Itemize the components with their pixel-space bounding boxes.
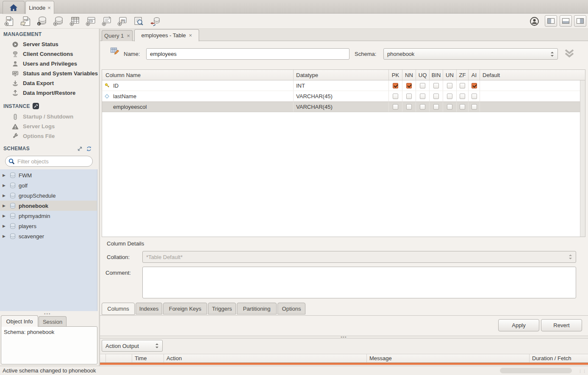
header-uq[interactable]: UQ bbox=[416, 70, 430, 80]
bin-checkbox[interactable] bbox=[433, 104, 439, 110]
output-header-duration[interactable]: Duration / Fetch bbox=[530, 354, 588, 362]
zf-checkbox[interactable] bbox=[460, 104, 465, 110]
output-header-time[interactable]: Time bbox=[132, 354, 164, 362]
create-procedure-icon[interactable] bbox=[101, 16, 113, 27]
bin-checkbox[interactable] bbox=[433, 94, 439, 99]
tab-session[interactable]: Session bbox=[39, 316, 67, 327]
pk-checkbox[interactable] bbox=[393, 94, 398, 99]
grid-vertical-scrollbar[interactable] bbox=[580, 80, 585, 237]
revert-button[interactable]: Revert bbox=[541, 319, 582, 331]
tab-query-1[interactable]: Query 1 × bbox=[102, 30, 133, 41]
tab-indexes[interactable]: Indexes bbox=[136, 303, 162, 314]
ai-checkbox[interactable] bbox=[472, 104, 477, 110]
create-function-icon[interactable]: {0} bbox=[116, 16, 128, 27]
nn-checkbox[interactable] bbox=[406, 94, 412, 99]
output-header-message[interactable]: Message bbox=[367, 354, 530, 362]
window-resize-grip[interactable]: ⋮⋮ bbox=[578, 369, 587, 373]
spinner-arrows-icon[interactable] bbox=[550, 51, 554, 57]
expander-icon[interactable]: ▶ bbox=[3, 214, 7, 218]
expander-icon[interactable]: ▶ bbox=[3, 234, 7, 238]
create-schema-icon[interactable] bbox=[53, 16, 64, 27]
pk-checkbox[interactable] bbox=[393, 104, 398, 110]
refresh-schemas-icon[interactable] bbox=[86, 146, 92, 152]
toggle-right-panel-button[interactable] bbox=[574, 15, 586, 27]
zf-checkbox[interactable] bbox=[460, 83, 465, 88]
apply-button[interactable]: Apply bbox=[498, 319, 539, 331]
expand-schemas-icon[interactable] bbox=[77, 146, 83, 152]
column-row-employeescol[interactable]: employeescol VARCHAR(45) bbox=[102, 102, 585, 112]
home-tab[interactable] bbox=[3, 1, 25, 14]
sidebar-item-users-privileges[interactable]: Users and Privileges bbox=[0, 59, 99, 69]
header-pk[interactable]: PK bbox=[389, 70, 402, 80]
toggle-bottom-panel-button[interactable] bbox=[560, 15, 572, 27]
schema-row-groupschedule[interactable]: ▶ groupSchedule bbox=[0, 190, 97, 201]
sidebar-item-client-connections[interactable]: Client Connections bbox=[0, 49, 99, 59]
tab-triggers[interactable]: Triggers bbox=[208, 303, 236, 314]
un-checkbox[interactable] bbox=[447, 104, 452, 110]
column-default[interactable] bbox=[480, 102, 585, 112]
create-table-icon[interactable] bbox=[69, 16, 80, 27]
connection-tab[interactable]: Linode × bbox=[25, 1, 54, 14]
nn-checkbox[interactable] bbox=[406, 83, 412, 88]
header-nn[interactable]: NN bbox=[402, 70, 416, 80]
close-icon[interactable]: × bbox=[189, 32, 192, 39]
ai-checkbox[interactable] bbox=[472, 94, 477, 99]
column-row-lastname[interactable]: lastName VARCHAR(45) bbox=[102, 91, 585, 102]
header-un[interactable]: UN bbox=[443, 70, 457, 80]
tab-employees-table[interactable]: employees - Table × bbox=[134, 29, 199, 41]
header-default[interactable]: Default bbox=[480, 70, 585, 80]
collation-select[interactable]: *Table Default* bbox=[142, 251, 576, 263]
nn-checkbox[interactable] bbox=[406, 104, 412, 110]
header-ai[interactable]: AI bbox=[469, 70, 480, 80]
un-checkbox[interactable] bbox=[447, 83, 452, 88]
sidebar-item-system-variables[interactable]: Status and System Variables bbox=[0, 69, 99, 78]
sidebar-item-server-status[interactable]: Server Status bbox=[0, 39, 99, 49]
schema-row-phpmyadmin[interactable]: ▶ phpmyadmin bbox=[0, 211, 97, 221]
schema-row-phonebook[interactable]: ▶ phonebook bbox=[0, 201, 97, 211]
output-selector[interactable]: Action Output bbox=[102, 340, 163, 352]
expander-icon[interactable]: ▶ bbox=[3, 204, 7, 208]
bin-checkbox[interactable] bbox=[433, 83, 439, 88]
tab-object-info[interactable]: Object Info bbox=[1, 315, 38, 327]
create-view-icon[interactable] bbox=[85, 16, 97, 27]
schema-row-fwm[interactable]: ▶ FWM bbox=[0, 170, 97, 180]
column-default[interactable] bbox=[480, 91, 585, 101]
expander-icon[interactable]: ▶ bbox=[3, 193, 7, 198]
open-sql-script-icon[interactable]: SQL bbox=[19, 16, 31, 27]
un-checkbox[interactable] bbox=[447, 94, 452, 99]
uq-checkbox[interactable] bbox=[420, 83, 425, 88]
sidebar-item-server-logs[interactable]: Server Logs bbox=[0, 121, 99, 131]
uq-checkbox[interactable] bbox=[420, 94, 425, 99]
table-inspector-icon[interactable] bbox=[133, 16, 144, 27]
panel-resize-grip[interactable]: ••• bbox=[44, 312, 51, 316]
sidebar-item-options-file[interactable]: Options File bbox=[0, 131, 99, 141]
header-datatype[interactable]: Datatype bbox=[294, 70, 389, 80]
pk-checkbox[interactable] bbox=[393, 83, 398, 88]
close-icon[interactable]: × bbox=[47, 5, 51, 11]
sidebar-item-data-export[interactable]: Data Export bbox=[0, 78, 99, 88]
expander-icon[interactable]: ▶ bbox=[3, 173, 7, 177]
header-bin[interactable]: BIN bbox=[430, 70, 443, 80]
column-row-id[interactable]: ID INT bbox=[102, 80, 585, 91]
toggle-left-panel-button[interactable] bbox=[545, 15, 557, 27]
tab-foreign-keys[interactable]: Foreign Keys bbox=[163, 303, 207, 314]
new-sql-tab-icon[interactable]: SQL bbox=[3, 16, 15, 27]
sidebar-item-startup-shutdown[interactable]: Startup / Shutdown bbox=[0, 112, 99, 121]
table-name-input[interactable] bbox=[146, 48, 349, 60]
comment-textarea[interactable] bbox=[142, 267, 576, 298]
expand-form-chevron-icon[interactable] bbox=[564, 48, 575, 58]
tab-options[interactable]: Options bbox=[277, 303, 305, 314]
zf-checkbox[interactable] bbox=[460, 94, 465, 99]
schema-row-golf[interactable]: ▶ golf bbox=[0, 180, 97, 190]
uq-checkbox[interactable] bbox=[420, 104, 425, 110]
header-zf[interactable]: ZF bbox=[457, 70, 469, 80]
column-datatype[interactable]: INT bbox=[294, 80, 389, 91]
output-horizontal-scrollbar[interactable] bbox=[500, 368, 572, 373]
expander-icon[interactable]: ▶ bbox=[3, 224, 7, 228]
tab-columns[interactable]: Columns bbox=[102, 303, 135, 315]
schema-select[interactable]: phonebook bbox=[383, 48, 558, 60]
output-header-action[interactable]: Action bbox=[164, 354, 367, 362]
header-column-name[interactable]: Column Name bbox=[102, 70, 294, 80]
data-import-wizard-icon[interactable] bbox=[149, 16, 161, 27]
spinner-arrows-icon[interactable] bbox=[569, 254, 572, 260]
